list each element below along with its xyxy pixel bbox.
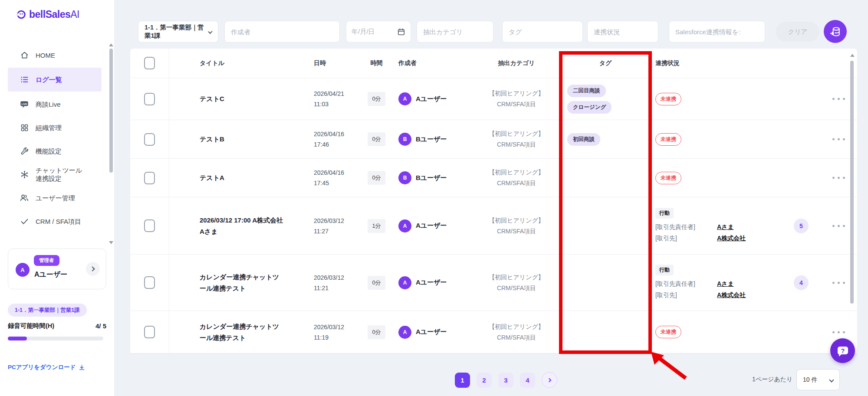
sidebar-scrollbar-thumb[interactable] xyxy=(109,49,113,173)
table-scrollbar-thumb[interactable] xyxy=(850,61,854,304)
status-badge-action: 行動 xyxy=(655,265,674,275)
sidebar-item-2[interactable]: LIVE商談Live xyxy=(0,92,109,116)
clear-filters-button[interactable]: クリア xyxy=(776,22,819,42)
row-actions-menu[interactable] xyxy=(832,331,845,333)
page-button-1[interactable]: 1 xyxy=(455,373,470,388)
creator-name: Aユーザー xyxy=(416,278,447,287)
row-datetime: 2026/03/1211:27 xyxy=(314,216,344,236)
linked-record-link[interactable]: A株式会社 xyxy=(717,232,746,244)
linked-record-link[interactable]: Aさま xyxy=(717,278,734,289)
sidebar-scroll-down-icon[interactable] xyxy=(109,241,113,244)
linked-record-link[interactable]: A株式会社 xyxy=(717,289,746,301)
header-datetime: 日時 xyxy=(304,49,360,78)
row-checkbox[interactable] xyxy=(144,326,155,338)
header-category: 抽出カテゴリ xyxy=(473,49,560,78)
calendar-icon xyxy=(397,28,405,36)
row-actions-menu[interactable] xyxy=(832,98,845,100)
chevron-right-icon xyxy=(90,266,95,271)
chevron-down-icon xyxy=(829,377,834,382)
row-actions-menu[interactable] xyxy=(832,177,845,179)
row-tags: 二回目商談クロージング xyxy=(567,85,612,114)
category-filter-input[interactable] xyxy=(417,21,493,43)
avatar: A xyxy=(398,326,411,339)
salesforce-sync-button[interactable] xyxy=(824,20,847,43)
avatar: B xyxy=(398,133,411,146)
action-count-badge[interactable]: 5 xyxy=(794,219,809,233)
page-button-4[interactable]: 4 xyxy=(520,373,535,388)
sidebar-item-label: 組織管理 xyxy=(36,124,62,132)
row-actions-menu[interactable] xyxy=(832,225,845,227)
page-button-3[interactable]: 3 xyxy=(498,373,513,388)
department-filter-select[interactable]: 1-1．第一事業部｜営業1課 xyxy=(138,21,218,43)
recording-time-label: 録音可能時間(H) xyxy=(8,322,54,330)
row-date: 2026/04/21 xyxy=(314,88,344,99)
status-badge-unlinked: 未連携 xyxy=(655,133,681,146)
sidebar-item-3[interactable]: 組織管理 xyxy=(0,116,109,139)
category-line: 【初回ヒアリング】 xyxy=(489,167,544,178)
bell-logo-icon xyxy=(16,10,26,20)
table-row: テストA2026/04/1617:450分BBユーザー【初回ヒアリング】CRM/… xyxy=(130,159,857,197)
row-actions-menu[interactable] xyxy=(832,138,845,141)
linked-field-label: [取引先] xyxy=(655,289,717,301)
pc-app-download-link[interactable]: PCアプリをダウンロード xyxy=(8,363,85,371)
category-line: 【初回ヒアリング】 xyxy=(489,272,544,283)
linked-record-link[interactable]: Aさま xyxy=(717,221,734,232)
linked-field-label: [取引先] xyxy=(655,232,717,244)
row-category: 【初回ヒアリング】CRM/SFA項目 xyxy=(489,321,544,343)
select-all-checkbox[interactable] xyxy=(144,57,155,69)
linked-field-label: [取引先責任者] xyxy=(655,221,717,232)
sidebar-item-4[interactable]: 機能設定 xyxy=(0,139,109,163)
row-date: 2026/03/12 xyxy=(314,216,344,226)
table-scroll-up-icon[interactable] xyxy=(850,54,855,57)
row-title: テストA xyxy=(200,172,224,183)
salesforce-filter-input[interactable] xyxy=(669,21,765,43)
sidebar-menu: HOMEログ一覧LIVE商談Live組織管理機能設定チャットツール連携設定ユーザ… xyxy=(0,43,109,233)
chat-tool-icon xyxy=(20,170,29,179)
row-actions-menu[interactable] xyxy=(832,281,845,284)
row-time: 11:03 xyxy=(314,99,344,109)
category-line: CRM/SFA項目 xyxy=(489,178,544,189)
date-filter-input[interactable]: 年/月/日 xyxy=(346,21,411,43)
team-badge: 1-1．第一事業部｜営業1課 xyxy=(8,304,87,317)
sidebar-item-5[interactable]: チャットツール連携設定 xyxy=(0,163,109,186)
user-name: Aユーザー xyxy=(34,270,67,279)
sidebar-item-7[interactable]: CRM / SFA項目 xyxy=(0,209,109,233)
row-checkbox[interactable] xyxy=(144,219,155,232)
avatar: A xyxy=(398,219,411,232)
row-category: 【初回ヒアリング】CRM/SFA項目 xyxy=(489,272,544,294)
sidebar-item-6[interactable]: ユーザー管理 xyxy=(0,186,109,209)
help-button[interactable]: ? xyxy=(830,338,855,363)
row-checkbox[interactable] xyxy=(144,172,155,184)
sidebar-scroll-up-icon[interactable] xyxy=(109,43,113,46)
table-header-row: タイトル 日時 時間 作成者 抽出カテゴリ タグ 連携状況 xyxy=(130,49,857,78)
page-button-2[interactable]: 2 xyxy=(477,373,492,388)
row-checkbox[interactable] xyxy=(144,133,155,146)
tag-filter-input[interactable] xyxy=(502,21,583,43)
linked-field: [取引先]A株式会社 xyxy=(655,232,746,244)
user-card-expand-button[interactable] xyxy=(86,262,100,276)
next-page-button[interactable] xyxy=(542,372,557,388)
row-date: 2026/04/16 xyxy=(314,129,344,139)
recording-progress-fill xyxy=(8,337,27,340)
creator-filter-input[interactable] xyxy=(224,21,340,43)
row-datetime: 2026/03/1211:21 xyxy=(314,272,344,293)
svg-text:?: ? xyxy=(841,347,845,354)
action-count-badge[interactable]: 4 xyxy=(794,275,809,290)
sidebar-item-1[interactable]: ログ一覧 xyxy=(8,68,102,92)
row-checkbox[interactable] xyxy=(144,276,155,289)
sidebar-item-label: 機能設定 xyxy=(36,147,62,155)
chevron-right-icon xyxy=(547,378,551,382)
sidebar-item-label: CRM / SFA項目 xyxy=(36,217,81,226)
per-page-select[interactable]: 10 件 xyxy=(796,369,840,390)
sidebar-item-0[interactable]: HOME xyxy=(0,43,109,67)
row-checkbox[interactable] xyxy=(144,93,155,105)
svg-text:LIVE: LIVE xyxy=(21,103,27,105)
category-line: 【初回ヒアリング】 xyxy=(489,215,544,226)
app: { "colors": { "brand_purple": "#5b2be0",… xyxy=(0,0,868,396)
link-status-filter-input[interactable] xyxy=(587,21,658,43)
duration-badge: 1分 xyxy=(368,219,385,233)
row-time: 11:21 xyxy=(314,283,344,293)
download-icon xyxy=(79,364,85,371)
duration-badge: 0分 xyxy=(368,276,385,290)
row-category: 【初回ヒアリング】CRM/SFA項目 xyxy=(489,215,544,237)
